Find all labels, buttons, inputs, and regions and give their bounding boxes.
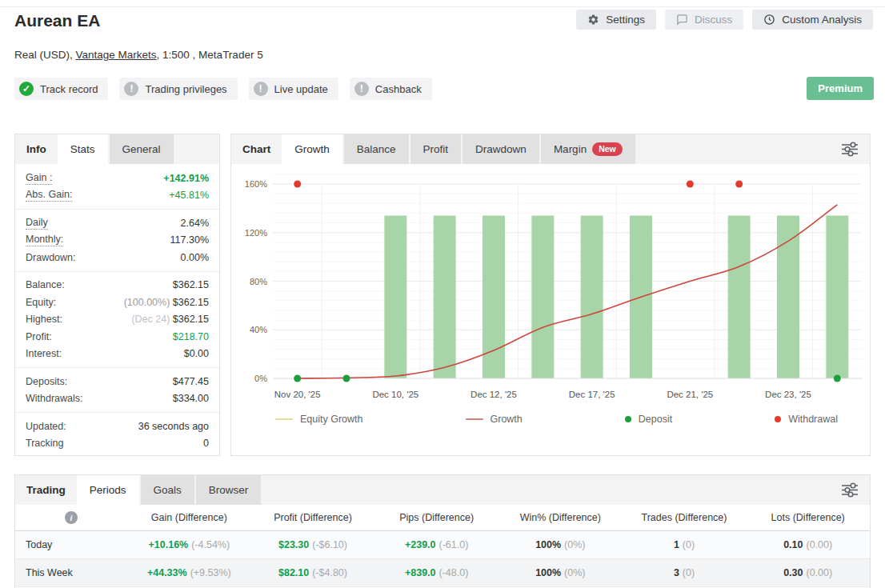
exclamation-icon: ! bbox=[354, 82, 369, 96]
svg-text:160%: 160% bbox=[245, 179, 267, 189]
stat-value-main: $362.15 bbox=[173, 297, 209, 308]
stat-value: +142.91% bbox=[163, 173, 209, 184]
exclamation-icon: ! bbox=[254, 82, 268, 96]
stat-row-tracking: Tracking0 bbox=[26, 435, 209, 453]
info-icon[interactable]: i bbox=[65, 511, 78, 524]
stat-value-main: +142.91% bbox=[163, 173, 209, 184]
cell-main-value: 100% bbox=[535, 539, 561, 550]
y-axis-labels: 0%40%80%120%160% bbox=[245, 179, 267, 383]
legend-withdrawal[interactable]: Withdrawal bbox=[775, 414, 838, 425]
table-row-this-week[interactable]: This Week+44.33%(+9.53%)$82.10(-$4.80)+8… bbox=[15, 559, 870, 587]
stat-label: Drawdown: bbox=[26, 252, 76, 263]
stat-row-monthly: Monthly:117.30% bbox=[26, 232, 209, 250]
premium-button[interactable]: Premium bbox=[807, 77, 874, 100]
tab-balance[interactable]: Balance bbox=[344, 134, 409, 164]
account-meta: , 1:500 , MetaTrader 5 bbox=[157, 49, 263, 61]
chart-filter-icon[interactable] bbox=[839, 141, 860, 160]
tab-label: Margin bbox=[554, 143, 587, 155]
tab-label: Stats bbox=[70, 143, 95, 155]
stats-divider bbox=[15, 209, 219, 210]
cell-diff-value: (0%) bbox=[564, 539, 585, 550]
stat-label: Updated: bbox=[26, 421, 66, 432]
growth-line bbox=[298, 205, 838, 378]
header-buttons: SettingsDiscussCustom Analysis bbox=[576, 10, 873, 30]
column-header-pips-difference: Pips (Difference) bbox=[374, 512, 499, 523]
tab-stats[interactable]: Stats bbox=[58, 134, 108, 164]
legend-dot-swatch bbox=[775, 416, 781, 422]
tab-goals[interactable]: Goals bbox=[141, 475, 194, 505]
clock-icon bbox=[763, 14, 775, 26]
legend-dot-swatch bbox=[625, 416, 631, 422]
tab-label: Growth bbox=[294, 143, 330, 155]
bar bbox=[728, 215, 751, 378]
cell-main-value: 100% bbox=[535, 567, 561, 578]
trading-filter-icon[interactable] bbox=[839, 482, 860, 501]
stat-label: Balance: bbox=[26, 279, 65, 290]
bar bbox=[384, 215, 406, 378]
badge-track-record[interactable]: ✓Track record bbox=[14, 78, 108, 100]
row-label: This Week bbox=[15, 567, 127, 578]
verification-badges: ✓Track record!Trading privileges!Live up… bbox=[14, 78, 432, 100]
stat-value-main: 0.00% bbox=[181, 252, 209, 263]
chart-section-label: Chart bbox=[231, 134, 282, 164]
legend-line-swatch bbox=[466, 418, 483, 420]
badge-trading-privileges[interactable]: !Trading privileges bbox=[119, 78, 237, 100]
svg-text:40%: 40% bbox=[250, 325, 267, 334]
svg-text:Dec 12, '25: Dec 12, '25 bbox=[471, 390, 517, 399]
badge-live-update[interactable]: !Live update bbox=[249, 78, 338, 100]
svg-text:Dec 21, '25: Dec 21, '25 bbox=[667, 390, 713, 399]
legend-deposit[interactable]: Deposit bbox=[625, 414, 672, 425]
custom-analysis-button[interactable]: Custom Analysis bbox=[752, 10, 873, 30]
check-icon: ✓ bbox=[19, 82, 34, 96]
stat-value-main: $0.00 bbox=[184, 348, 209, 359]
cell-main-value: $23.30 bbox=[278, 539, 309, 550]
stat-value-main: $362.15 bbox=[173, 314, 209, 325]
cell-main-value: +44.33% bbox=[147, 567, 187, 578]
svg-text:Dec 23, '25: Dec 23, '25 bbox=[765, 390, 811, 399]
column-header-trades-difference: Trades (Difference) bbox=[623, 512, 747, 523]
stat-value: (Dec 24) $362.15 bbox=[131, 314, 209, 325]
legend-line-swatch bbox=[275, 418, 293, 420]
cell-main-value: 0.10 bbox=[783, 539, 803, 550]
cell-win-difference: 100%(0%) bbox=[499, 567, 623, 578]
legend-growth[interactable]: Growth bbox=[466, 414, 523, 425]
stat-value-main: 117.30% bbox=[170, 234, 209, 246]
tab-margin[interactable]: MarginNew bbox=[541, 134, 635, 164]
legend-label: Withdrawal bbox=[788, 414, 838, 425]
tab-periods[interactable]: Periods bbox=[77, 475, 139, 505]
svg-text:80%: 80% bbox=[250, 277, 267, 286]
stat-value: 117.30% bbox=[170, 234, 209, 246]
trading-tabstrip: Trading PeriodsGoalsBrowser bbox=[15, 475, 870, 505]
settings-button[interactable]: Settings bbox=[576, 10, 656, 30]
broker-link[interactable]: Vantage Markets bbox=[76, 49, 157, 61]
discuss-button[interactable]: Discuss bbox=[665, 10, 743, 30]
svg-text:Dec 10, '25: Dec 10, '25 bbox=[372, 390, 418, 399]
stat-value: +45.81% bbox=[169, 190, 209, 201]
periods-table-header: i Gain (Difference)Profit (Difference)Pi… bbox=[15, 505, 870, 531]
stat-row-withdrawals: Withdrawals:$334.00 bbox=[26, 390, 209, 408]
tab-label: Drawdown bbox=[475, 143, 527, 155]
badge-cashback[interactable]: !Cashback bbox=[350, 78, 432, 100]
discuss-label: Discuss bbox=[695, 14, 732, 26]
cell-main-value: 1 bbox=[674, 539, 679, 550]
cell-diff-value: (-61.0) bbox=[439, 539, 469, 550]
legend-equity-growth[interactable]: Equity Growth bbox=[275, 414, 363, 425]
legend-label: Growth bbox=[491, 414, 523, 425]
tab-browser[interactable]: Browser bbox=[196, 475, 262, 505]
stat-value: 0 bbox=[203, 438, 209, 449]
stat-value: 0.00% bbox=[181, 252, 209, 263]
cell-pips-difference: +239.0(-61.0) bbox=[374, 539, 499, 550]
stat-label: Tracking bbox=[26, 438, 63, 449]
tab-drawdown[interactable]: Drawdown bbox=[463, 134, 539, 164]
speech-bubble-icon bbox=[676, 14, 688, 26]
stat-value-prefix: (Dec 24) bbox=[131, 314, 172, 325]
x-axis-labels: Nov 20, '25Dec 10, '25Dec 12, '25Dec 17,… bbox=[274, 390, 811, 399]
tab-label: Goals bbox=[154, 484, 182, 496]
tab-profit[interactable]: Profit bbox=[410, 134, 462, 164]
tab-growth[interactable]: Growth bbox=[282, 134, 342, 164]
table-row-today[interactable]: Today+10.16%(-4.54%)$23.30(-$6.10)+239.0… bbox=[15, 531, 870, 559]
tab-general[interactable]: General bbox=[110, 134, 174, 164]
cell-main-value: $82.10 bbox=[278, 567, 309, 578]
info-tabs: StatsGeneral bbox=[58, 134, 175, 164]
column-header-lots-difference: Lots (Difference) bbox=[746, 512, 870, 523]
